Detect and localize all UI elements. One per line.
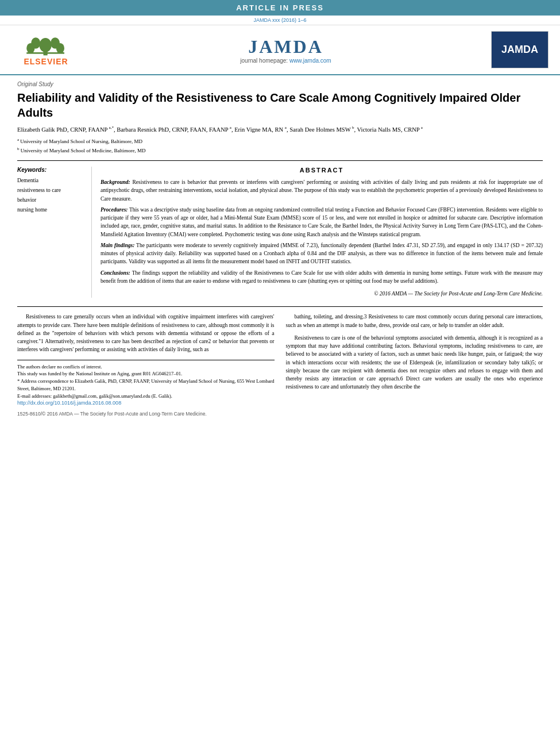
keywords-column: Keywords: Dementia resistiveness to care… bbox=[17, 167, 92, 298]
article-in-press-banner: ARTICLE IN PRESS bbox=[0, 0, 560, 16]
elsevier-tree-icon bbox=[23, 34, 69, 57]
jamda-logo-box: JAMDA bbox=[491, 31, 549, 68]
body-para-1: Resistiveness to care generally occurs w… bbox=[17, 313, 275, 353]
body-column-left: Resistiveness to care generally occurs w… bbox=[17, 313, 275, 417]
journal-title: JAMDA bbox=[80, 36, 491, 57]
doi-link-container: http://dx.doi.org/10.1016/j.jamda.2016.0… bbox=[17, 399, 275, 407]
body-section: Resistiveness to care generally occurs w… bbox=[17, 306, 543, 417]
issn-bar: 1525-8610/© 2016 AMDA — The Society for … bbox=[17, 410, 275, 418]
footnotes: The authors declare no conflicts of inte… bbox=[17, 360, 275, 418]
keywords-list: Dementia resistiveness to care behavior … bbox=[17, 176, 86, 215]
footnote-email: E-mail addresses: galikbeth@gmail.com, g… bbox=[17, 393, 275, 400]
abstract-heading: ABSTRACT bbox=[101, 167, 543, 174]
abstract-text: Background: Resistiveness to care is beh… bbox=[101, 178, 543, 298]
keywords-title: Keywords: bbox=[17, 167, 86, 173]
abstract-section: Keywords: Dementia resistiveness to care… bbox=[17, 160, 543, 298]
abstract-column: ABSTRACT Background: Resistiveness to ca… bbox=[101, 167, 543, 298]
affiliation-b: b University of Maryland School of Medic… bbox=[17, 146, 543, 155]
journal-url[interactable]: www.jamda.com bbox=[289, 57, 331, 64]
journal-center: JAMDA journal homepage: www.jamda.com bbox=[80, 36, 491, 64]
body-para-2: bathing, toileting, and dressing.3 Resis… bbox=[286, 313, 543, 329]
footnote-conflict: The authors declare no conflicts of inte… bbox=[17, 363, 275, 371]
abstract-conclusions: Conclusions: The findings support the re… bbox=[101, 269, 543, 286]
body-para-3: Resistiveness to care is one of the beha… bbox=[286, 334, 543, 391]
elsevier-wordmark: ELSEVIER bbox=[24, 57, 68, 66]
keyword-1: Dementia bbox=[17, 176, 86, 186]
journal-header: ELSEVIER JAMDA journal homepage: www.jam… bbox=[0, 25, 560, 75]
abstract-procedures: Procedures: This was a descriptive study… bbox=[101, 206, 543, 239]
svg-point-1 bbox=[39, 38, 51, 52]
article-title: Reliability and Validity of the Resistiv… bbox=[17, 90, 543, 120]
footnote-address: * Address correspondence to Elizabeth Ga… bbox=[17, 378, 275, 393]
abstract-copyright: © 2016 AMDA — The Society for Post-Acute… bbox=[101, 290, 543, 298]
svg-point-4 bbox=[26, 43, 34, 53]
jamda-logo-text: JAMDA bbox=[501, 44, 538, 56]
affiliation-a: a University of Maryland School of Nursi… bbox=[17, 137, 543, 145]
body-column-right: bathing, toileting, and dressing.3 Resis… bbox=[286, 313, 543, 417]
svg-rect-6 bbox=[26, 52, 64, 54]
footnote-funding: This study was funded by the National In… bbox=[17, 370, 275, 378]
abstract-findings: Main findings: The participants were mod… bbox=[101, 241, 543, 266]
svg-point-5 bbox=[56, 43, 64, 53]
elsevier-logo: ELSEVIER bbox=[11, 33, 80, 67]
doi-link[interactable]: http://dx.doi.org/10.1016/j.jamda.2016.0… bbox=[17, 400, 121, 406]
main-content: Original Study Reliability and Validity … bbox=[0, 75, 560, 424]
abstract-background: Background: Resistiveness to care is beh… bbox=[101, 178, 543, 203]
keyword-2: resistiveness to care bbox=[17, 186, 86, 195]
authors-line: Elizabeth Galik PhD, CRNP, FAANP a,*, Ba… bbox=[17, 125, 543, 134]
study-type-label: Original Study bbox=[17, 81, 543, 87]
keyword-3: behavior bbox=[17, 195, 86, 205]
citation-bar: JAMDA xxx (2016) 1–6 bbox=[0, 16, 560, 25]
affiliations: a University of Maryland School of Nursi… bbox=[17, 137, 543, 155]
journal-homepage: journal homepage: www.jamda.com bbox=[80, 57, 491, 64]
keyword-4: nursing home bbox=[17, 205, 86, 215]
